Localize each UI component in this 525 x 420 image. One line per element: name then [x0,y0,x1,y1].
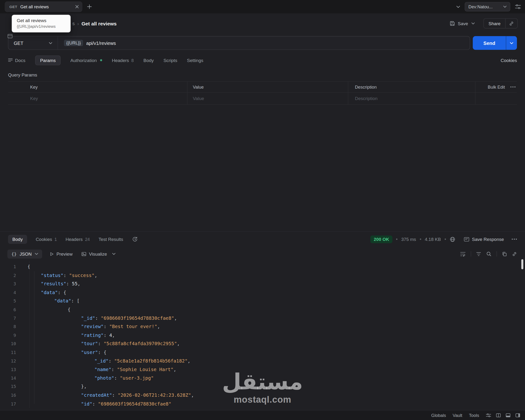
close-tab-icon[interactable] [75,5,79,9]
response-more-options-icon[interactable] [512,238,517,240]
line-number: 4 [0,288,24,297]
tab-headers[interactable]: Headers 8 [112,58,134,63]
chevron-down-icon [49,42,52,44]
request-tab[interactable]: GET Get all reviews [5,1,83,12]
breadcrumb-current[interactable]: Get all reviews [82,21,117,26]
line-number: 5 [0,297,24,305]
code-line: 6{ [0,305,525,314]
response-tab-test-results[interactable]: Test Results [98,237,123,242]
panel-right-icon[interactable] [515,413,520,417]
copy-icon[interactable] [502,251,507,256]
line-number: 14 [0,374,24,383]
link-icon [509,21,514,26]
tab-overflow-chevron-icon[interactable] [456,5,460,8]
url-variable-chip[interactable]: {{URL}} [64,40,83,46]
response-tab-body[interactable]: Body [8,235,27,244]
response-history-icon[interactable] [132,236,138,242]
code-line: 9"rating": 4, [0,331,525,340]
line-number: 12 [0,357,24,365]
environment-selector[interactable]: Dev:Natou... [465,2,510,11]
body-format-dropdown[interactable]: {} JSON [7,249,42,258]
line-number: 10 [0,340,24,348]
tab-authorization[interactable]: Authorization [70,58,102,63]
query-params-header-row: Key Value Description Bulk Edit [8,81,517,93]
param-key-input[interactable] [30,96,179,101]
globals-button[interactable]: Globals [431,413,446,418]
tab-params[interactable]: Params [35,55,61,65]
tab-scripts[interactable]: Scripts [163,58,177,63]
api-client-window: GET Get all reviews Dev:Natou... [0,0,525,420]
query-params-table: Key Value Description Bulk Edit [8,81,517,105]
cookies-link[interactable]: Cookies [501,58,517,63]
share-button-group: Share [483,18,518,28]
save-response-button[interactable]: Save Response [464,237,504,242]
url-input[interactable]: {{URL}} api/v1/reviews [58,40,470,46]
column-header-value: Value [188,82,348,92]
share-button[interactable]: Share [484,19,505,28]
scrollbar-thumb[interactable] [521,259,523,269]
send-button[interactable]: Send [473,36,506,50]
preview-button[interactable]: Preview [49,251,73,256]
code-line: 8"review": "Best tour ever!", [0,323,525,331]
panel-bottom-icon[interactable] [506,413,510,417]
toggles-icon[interactable] [486,413,491,417]
code-line: 16"createdAt": "2026-02-06T21:42:23.628Z… [0,391,525,400]
visualize-icon [81,251,86,256]
more-options-icon[interactable] [510,86,516,88]
headers-count: 8 [131,58,134,63]
visualize-button[interactable]: Visualize [81,251,107,256]
line-number: 2 [0,271,24,280]
preview-play-icon [49,252,54,256]
new-tab-icon[interactable] [87,4,92,9]
breadcrumb-parent-truncated: s [72,21,75,26]
response-panel: Body Cookies 1 Headers 24 Test Results 2… [0,231,525,410]
response-headers-count: 24 [85,237,90,242]
column-header-key: Key [8,82,188,92]
line-number: 1 [0,263,24,271]
link-icon[interactable] [512,251,517,256]
response-tab-body-label: Body [12,237,23,242]
environment-quick-look-icon[interactable] [515,4,521,9]
param-value-input[interactable] [193,96,340,101]
authorization-set-dot [100,59,102,61]
code-line: 14"photo": "user-3.jpg" [0,374,525,383]
save-button[interactable]: Save [450,21,468,26]
code-line: 13"name": "Sophie Louise Hart", [0,365,525,374]
code-line: 11"user": { [0,348,525,357]
send-options-chevron-icon[interactable] [506,36,517,50]
tab-docs[interactable]: Docs [8,58,25,63]
tab-headers-label: Headers [112,58,129,63]
code-line: 12"_id": "5c8a1e1a2f8fb814b56fa182", [0,357,525,365]
tab-body[interactable]: Body [143,58,154,63]
line-number: 16 [0,391,24,400]
request-header-bar: s › Get all reviews Save Share [0,13,525,33]
indent-guide [34,271,35,404]
response-tab-headers[interactable]: Headers 24 [66,237,90,242]
network-globe-icon[interactable] [450,236,455,242]
response-tabs-row: Body Cookies 1 Headers 24 Test Results 2… [0,233,525,246]
response-tab-cookies[interactable]: Cookies 1 [36,237,57,242]
tools-button[interactable]: Tools [469,413,479,418]
gutter-divider [29,261,30,408]
split-pane-icon[interactable] [496,413,501,417]
wrap-text-icon[interactable] [460,251,466,256]
copy-link-button[interactable] [505,19,517,28]
response-body-toolbar: {} JSON Preview Visualize [0,248,525,260]
filter-icon[interactable] [476,252,481,256]
param-description-input[interactable] [355,96,469,101]
response-time: 375 ms [401,237,416,242]
code-line: 4"data": { [0,288,525,297]
method-dropdown[interactable]: GET [8,36,58,49]
divider [471,251,471,257]
vault-button[interactable]: Vault [453,413,462,418]
tab-authorization-label: Authorization [70,58,97,63]
bulk-edit-button[interactable]: Bulk Edit [488,85,505,90]
tab-strip-right: Dev:Natou... [456,2,525,11]
bulk-edit-area: Bulk Edit [476,82,517,92]
breadcrumb: s › Get all reviews [72,21,116,26]
visualize-options-chevron-icon[interactable] [112,253,116,255]
response-body-viewer: 1{2"status": "success",3"results": 55,4"… [0,261,525,408]
search-icon[interactable] [486,251,492,257]
save-options-chevron-icon[interactable] [471,22,475,24]
tab-settings[interactable]: Settings [187,58,203,63]
